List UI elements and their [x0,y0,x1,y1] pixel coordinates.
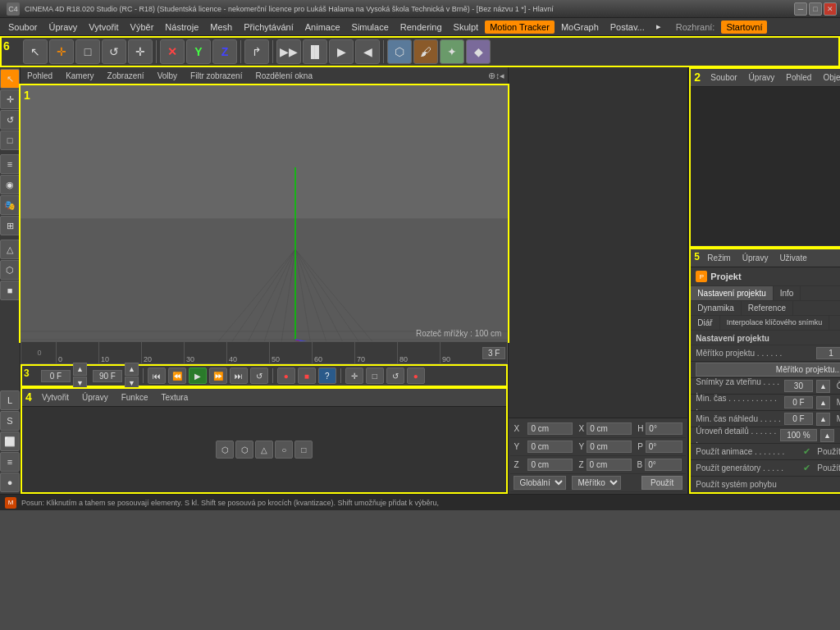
menu-prichytavani[interactable]: Přichytávání [239,21,299,34]
sidebar-move-btn[interactable]: ✛ [0,89,20,109]
coord-x-size[interactable] [587,422,632,435]
menu-startovni[interactable]: Startovní [721,21,767,34]
render-region-button[interactable]: ▶▶ [276,39,301,64]
coord-z-pos[interactable] [527,459,573,471]
sidebar-multi-btn[interactable]: ⊞ [0,216,20,235]
menu-more[interactable]: ▸ [651,20,666,34]
close-button[interactable]: ✕ [824,2,837,16]
coord-h[interactable] [646,422,682,435]
camera-btn[interactable]: ◆ [466,39,491,64]
key-record-button[interactable]: ● [407,368,425,384]
record-button[interactable]: ● [277,368,295,384]
attr-menu-rezim[interactable]: Režim [707,253,730,262]
go-last-button[interactable]: ⏭ [230,368,248,384]
tool-icon-5[interactable]: □ [294,441,313,459]
go-first-button[interactable]: ⏮ [148,368,166,384]
attr-tab-reference[interactable]: Reference [742,301,793,315]
keyframe-button[interactable]: ↱ [244,39,269,64]
viewport-menu-rozdeleni[interactable]: Rozdělení okna [252,71,316,81]
sidebar-select-btn[interactable]: ↖ [0,69,20,89]
help-button[interactable]: ? [318,368,336,384]
menu-postav[interactable]: Postav... [605,21,650,34]
rotate-tool-button[interactable]: ↺ [102,39,126,64]
sidebar-poly-btn[interactable]: ■ [0,281,20,300]
object-btn[interactable]: ⬡ [387,39,412,64]
obj-menu-upravy[interactable]: Úpravy [746,72,778,83]
menu-simulace[interactable]: Simulace [347,21,394,34]
key-rotate-button[interactable]: ↺ [386,368,404,384]
apply-button[interactable]: Použít [641,476,682,490]
render-button[interactable]: ▶ [329,39,354,64]
sidebar-record-btn[interactable]: ● [0,472,20,492]
menu-vyber[interactable]: Výběr [126,21,159,34]
sidebar-texture-btn[interactable]: 🎭 [0,195,20,215]
sidebar-layers2-btn[interactable]: ≡ [0,452,20,472]
x-axis-button[interactable]: ✕ [160,39,185,64]
menu-animace[interactable]: Animace [300,21,345,34]
attr-mincasnahl-stepper[interactable]: ▲ [816,413,830,426]
coord-x-pos[interactable] [527,422,573,435]
maximize-button[interactable]: □ [809,2,822,16]
stop-button[interactable]: ■ [298,368,316,384]
attr-tab-info[interactable]: Info [774,286,801,300]
sidebar-shading-btn[interactable]: ◉ [0,175,20,194]
move-tool-button[interactable]: ✛ [49,39,74,64]
attr-uroven-input[interactable] [780,429,817,441]
minimize-button[interactable]: ─ [794,2,807,16]
material-btn[interactable]: 🖌 [413,39,438,64]
start-frame-up[interactable]: ▲ [73,363,87,376]
sidebar-rotate-btn[interactable]: ↺ [0,110,20,130]
attr-fps-input[interactable] [784,380,813,392]
attr-mincas-input[interactable] [784,396,813,409]
end-frame-input[interactable] [93,370,122,382]
obj-menu-objekty[interactable]: Objekty [819,72,840,83]
menu-nastroje[interactable]: Nástroje [160,21,203,34]
sidebar-snap-btn[interactable]: S [0,411,20,431]
sidebar-layers-btn[interactable]: ≡ [0,154,20,174]
attr-mincasnahl-input[interactable] [784,413,813,425]
menu-motion-tracker[interactable]: Motion Tracker [485,21,555,34]
sidebar-vertex-btn[interactable]: △ [0,240,20,259]
key-move-button[interactable]: ✛ [345,368,363,384]
viewport-menu-volby[interactable]: Volby [154,71,180,81]
step-back-button[interactable]: ⏪ [168,368,186,384]
viewport-menu-pohled[interactable]: Pohled [24,71,56,81]
attr-meritko-input[interactable] [816,347,840,359]
step-forward-button[interactable]: ⏩ [209,368,227,384]
attr-tab-dynamika[interactable]: Dynamika [691,301,741,315]
start-frame-input[interactable] [41,370,71,382]
attr-tab-diar[interactable]: Diář [691,316,719,330]
attr-menu-upravy[interactable]: Úpravy [742,253,769,262]
menu-skulpt[interactable]: Skulpt [449,21,484,34]
sidebar-edge-btn[interactable]: ⬡ [0,260,20,280]
attr-fps-stepper[interactable]: ▲ [816,380,830,393]
key-scale-button[interactable]: □ [366,368,384,384]
coord-y-pos[interactable] [527,441,573,453]
render-view-button[interactable]: ▐▌ [303,39,327,64]
coord-b[interactable] [645,459,682,471]
obj-menu-pohled[interactable]: Pohled [783,72,815,83]
transform-tool-button[interactable]: ✛ [128,39,153,64]
tab-vytvorit[interactable]: Vytvořit [39,391,72,404]
menu-soubor[interactable]: Soubor [3,21,42,34]
y-axis-button[interactable]: Y [186,39,211,64]
tool-icon-1[interactable]: ⬡ [216,441,234,459]
scale-tool-button[interactable]: □ [75,39,100,64]
3d-viewport[interactable]: 1 Perspektiva [21,85,508,341]
sidebar-floor-btn[interactable]: ⬜ [0,431,20,451]
sidebar-script-btn[interactable]: L [0,390,20,410]
sidebar-scale-btn[interactable]: □ [0,130,20,150]
menu-upravy[interactable]: Úpravy [43,21,82,34]
attr-meritko-button[interactable]: Měřítko projektu... [696,363,840,377]
loop-button[interactable]: ↺ [250,368,268,384]
attr-tab-interpolace[interactable]: Interpolace klíčového snímku [720,316,830,330]
tab-upravy[interactable]: Úpravy [79,391,112,404]
menu-mesh[interactable]: Mesh [205,21,237,34]
menu-mograph[interactable]: MoGraph [556,21,604,34]
light-btn[interactable]: ✦ [440,39,464,64]
coord-z-size[interactable] [587,459,632,471]
select-tool-button[interactable]: ↖ [23,39,48,64]
end-frame-up[interactable]: ▲ [125,363,139,376]
tab-textura[interactable]: Textura [158,391,191,404]
render-back-button[interactable]: ◀ [355,39,380,64]
